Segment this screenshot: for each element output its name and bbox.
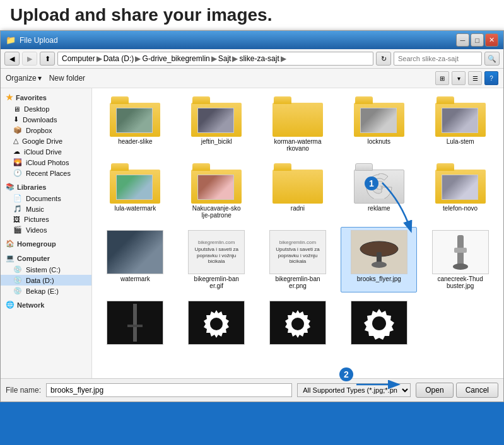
list-item[interactable]: brooks_flyer.jpg <box>341 227 417 292</box>
file-grid: header-slike jeftin_bicikl <box>97 93 498 349</box>
file-name: brooks_flyer.jpg <box>357 275 401 282</box>
svg-point-5 <box>453 263 468 270</box>
cancel-button[interactable]: Cancel <box>456 383 498 398</box>
filename-label: File name: <box>6 386 41 395</box>
homegroup-icon: 🏠 <box>6 240 15 248</box>
file-name: header-slike <box>118 138 152 145</box>
list-item[interactable]: locknuts <box>341 93 417 155</box>
sidebar-group-libraries[interactable]: 📚 Libraries <box>1 181 91 193</box>
list-item[interactable]: Lula-stem <box>422 93 498 155</box>
toolbar-right: ⊞ ▾ ☰ ? <box>435 71 498 85</box>
sidebar-item-e-drive[interactable]: 💿 Bekap (E:) <box>1 286 91 296</box>
filetype-select[interactable]: All Supported Types (*.jpg;*.pn <box>297 383 411 397</box>
star-icon: ★ <box>6 93 13 102</box>
forward-button[interactable]: ▶ <box>22 52 37 66</box>
icloud-photos-icon: 🌄 <box>13 158 22 166</box>
help-button[interactable]: ? <box>484 71 498 85</box>
back-button[interactable]: ◀ <box>4 52 20 66</box>
list-item[interactable] <box>97 298 173 349</box>
breadcrumb-segment: Data (D:) <box>103 54 134 63</box>
search-input[interactable] <box>394 52 482 66</box>
file-name: jeftin_bicikl <box>201 138 232 145</box>
list-item[interactable]: telefon-novo <box>422 160 498 222</box>
sidebar-section-computer: 💻 Computer 💿 Sistem (C:) 💿 Data (D:) 💿 B… <box>1 252 91 296</box>
file-name: telefon-novo <box>443 205 478 212</box>
list-item[interactable]: watermark <box>97 227 173 292</box>
list-item[interactable]: radni <box>260 160 336 222</box>
sidebar-item-icloud-photos[interactable]: 🌄 iCloud Photos <box>1 157 91 168</box>
computer-icon: 💻 <box>6 254 15 262</box>
sidebar-section-favorites: ★ Favorites 🖥 Desktop ⬇ Downloads 📦 Drop… <box>1 91 91 178</box>
list-item[interactable]: jeftin_bicikl <box>179 93 255 155</box>
list-item[interactable]: bikegremlin.com Uputstva i saveti zapopr… <box>260 227 336 292</box>
file-name: bikegremlin-baner.png <box>275 275 320 289</box>
svg-point-3 <box>372 262 387 268</box>
sidebar-item-dropbox[interactable]: 📦 Dropbox <box>1 125 91 136</box>
breadcrumb[interactable]: Computer ▶ Data (D:) ▶ G-drive_bikegreml… <box>57 52 373 66</box>
file-grid-container[interactable]: header-slike jeftin_bicikl <box>92 88 503 378</box>
title-bar-controls: ─ □ ✕ <box>456 33 498 47</box>
list-item[interactable] <box>260 298 336 349</box>
breadcrumb-segment: Sajt <box>218 54 231 63</box>
sidebar-section-libraries: 📚 Libraries 📄 Documents 🎵 Music 🖼 Pictur… <box>1 181 91 235</box>
up-button[interactable]: ⬆ <box>40 52 55 66</box>
sidebar-item-recent-places[interactable]: 🕐 Recent Places <box>1 168 91 178</box>
list-item[interactable]: G reklame <box>341 160 417 222</box>
list-item[interactable]: canecreek-Thudbuster.jpg <box>422 227 498 292</box>
view-list-button[interactable]: ☰ <box>468 71 482 85</box>
sidebar-item-desktop[interactable]: 🖥 Desktop <box>1 104 91 114</box>
sidebar-group-network[interactable]: 🌐 Network <box>1 299 91 311</box>
search-button[interactable]: 🔍 <box>484 52 500 66</box>
network-icon: 🌐 <box>6 301 15 309</box>
sidebar-group-homegroup[interactable]: 🏠 Homegroup <box>1 238 91 250</box>
sidebar-item-icloud-drive[interactable]: ☁ iCloud Drive <box>1 146 91 157</box>
list-item[interactable] <box>179 298 255 349</box>
file-name: watermark <box>120 275 150 282</box>
minimize-button[interactable]: ─ <box>456 33 469 47</box>
sidebar-item-videos[interactable]: 🎬 Videos <box>1 224 91 235</box>
sidebar-group-favorites[interactable]: ★ Favorites <box>1 91 91 104</box>
organize-button[interactable]: Organize ▾ <box>6 74 42 83</box>
maximize-button[interactable]: □ <box>471 33 484 47</box>
file-name: korman-watermarkovano <box>274 138 321 152</box>
sidebar-item-d-drive[interactable]: 💿 Data (D:) <box>1 275 91 286</box>
banner-text: Upload and share your images. <box>10 5 272 25</box>
sidebar: ★ Favorites 🖥 Desktop ⬇ Downloads 📦 Drop… <box>1 88 92 378</box>
sidebar-item-downloads[interactable]: ⬇ Downloads <box>1 114 91 125</box>
sidebar-item-documents[interactable]: 📄 Documents <box>1 193 91 204</box>
list-item[interactable] <box>341 298 417 349</box>
list-item[interactable]: Nakucavanje-skolje-patrone <box>179 160 255 222</box>
sidebar-item-google-drive[interactable]: △ Google Drive <box>1 136 91 146</box>
file-name: radni <box>291 205 305 212</box>
list-item[interactable]: korman-watermarkovano <box>260 93 336 155</box>
dropbox-icon: 📦 <box>13 126 22 134</box>
close-button[interactable]: ✕ <box>485 33 498 47</box>
view-dropdown-button[interactable]: ▾ <box>452 71 466 85</box>
file-name: lula-watermark <box>115 205 156 212</box>
recent-places-icon: 🕐 <box>13 169 22 177</box>
sidebar-group-computer[interactable]: 💻 Computer <box>1 252 91 264</box>
filename-input[interactable] <box>46 383 292 397</box>
main-area: ★ Favorites 🖥 Desktop ⬇ Downloads 📦 Drop… <box>1 88 503 378</box>
page-banner: Upload and share your images. <box>0 0 504 30</box>
breadcrumb-segment: Computer <box>62 54 95 63</box>
svg-point-10 <box>291 318 304 330</box>
sidebar-item-c-drive[interactable]: 💿 Sistem (C:) <box>1 264 91 275</box>
breadcrumb-segment: slike-za-sajt <box>239 54 279 63</box>
new-folder-button[interactable]: New folder <box>49 74 85 83</box>
file-name: locknuts <box>367 138 390 145</box>
open-button[interactable]: Open <box>416 383 453 398</box>
change-view-button[interactable]: ⊞ <box>435 71 449 85</box>
file-name: Lula-stem <box>447 138 474 145</box>
list-item[interactable]: header-slike <box>97 93 173 155</box>
list-item[interactable]: lula-watermark <box>97 160 173 222</box>
documents-icon: 📄 <box>13 194 22 202</box>
desktop-icon: 🖥 <box>13 105 20 113</box>
sidebar-item-music[interactable]: 🎵 Music <box>1 204 91 214</box>
sidebar-item-pictures[interactable]: 🖼 Pictures <box>1 214 91 224</box>
pictures-icon: 🖼 <box>13 216 20 223</box>
libraries-icon: 📚 <box>6 183 15 191</box>
list-item[interactable]: bikegremlin.com Uputstva i saveti zapopr… <box>179 227 255 292</box>
bottom-bar: File name: All Supported Types (*.jpg;*.… <box>1 378 503 402</box>
refresh-button[interactable]: ↻ <box>376 52 391 66</box>
